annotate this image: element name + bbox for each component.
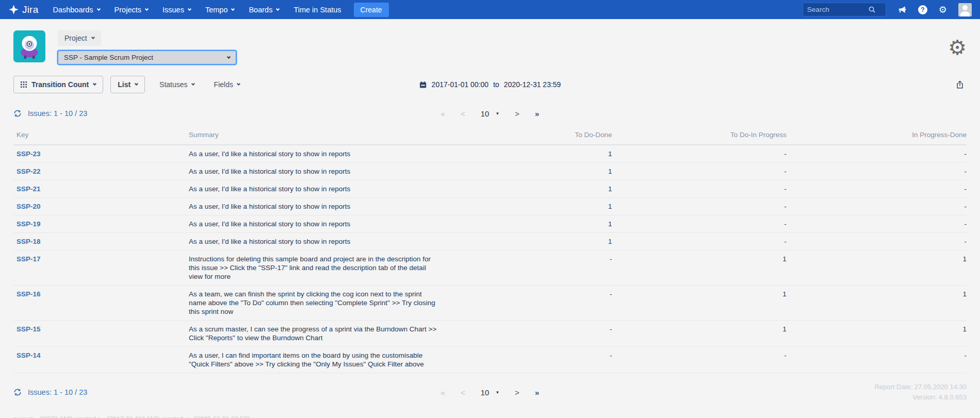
cell-to-do-done: 1 (511, 215, 612, 233)
issue-key-link[interactable]: SSP-14 (17, 352, 41, 359)
nav-item-label: Dashboards (53, 6, 93, 14)
issue-key-link[interactable]: SSP-16 (17, 290, 41, 298)
grid-icon (21, 81, 27, 88)
last-page-button[interactable]: » (535, 388, 539, 397)
table-row: SSP-19As a user, I'd like a historical s… (13, 215, 967, 233)
nav-item-dashboards[interactable]: Dashboards (45, 0, 107, 19)
announcements-icon[interactable] (897, 5, 907, 14)
nav-item-tempo[interactable]: Tempo (198, 0, 242, 19)
admin-gear-icon[interactable]: ⚙ (939, 5, 947, 14)
page-size-select[interactable]: 10 ▼ (481, 388, 500, 397)
last-page-button[interactable]: » (535, 109, 539, 118)
export-icon (955, 80, 965, 90)
nav-item-projects[interactable]: Projects (107, 0, 155, 19)
project-select[interactable]: SSP - Sample Scrum Project (58, 51, 236, 64)
export-button[interactable] (955, 80, 965, 90)
view-label: List (118, 80, 130, 89)
cell-to-do-done: 1 (511, 233, 612, 250)
report-toolbar: Transition Count List Statuses Fields 20… (0, 73, 980, 101)
issue-summary: As a user, I can find important items on… (189, 351, 437, 369)
chevron-down-icon (135, 82, 138, 86)
cell-to-do-done: - (511, 321, 612, 347)
pagination-top: « < 10 ▼ > » (441, 109, 540, 118)
cell-in-progress-done: 1 (787, 250, 967, 286)
cell-to-do-done: - (511, 347, 612, 373)
issue-key-link[interactable]: SSP-20 (17, 203, 41, 210)
chevron-down-icon (191, 82, 195, 86)
column-header[interactable]: Summary (189, 126, 511, 145)
next-page-button[interactable]: > (515, 109, 519, 118)
issue-key-link[interactable]: SSP-17 (17, 255, 41, 263)
column-header[interactable]: To Do-In Progress (612, 126, 787, 145)
report-version: Version: 4.8.0.653 (874, 392, 967, 403)
issue-key-link[interactable]: SSP-19 (17, 220, 41, 228)
search-input[interactable] (807, 6, 868, 13)
chevron-down-icon (97, 7, 101, 10)
issues-table: KeySummaryTo Do-DoneTo Do-In ProgressIn … (13, 126, 967, 373)
page-size-value: 10 (481, 388, 489, 397)
column-header[interactable]: To Do-Done (511, 126, 612, 145)
navbar-right: ? ⚙ (803, 3, 972, 16)
chevron-down-icon (93, 82, 96, 86)
cell-to-do-in-progress: - (612, 180, 787, 198)
table-row: SSP-21As a user, I'd like a historical s… (13, 180, 967, 198)
date-range-picker[interactable]: 2017-01-01 00:00 to 2020-12-31 23:59 (419, 80, 561, 89)
column-header[interactable]: In Progress-Done (787, 126, 967, 145)
statuses-dropdown[interactable]: Statuses (154, 76, 199, 93)
issue-key-link[interactable]: SSP-22 (17, 168, 41, 175)
next-page-button[interactable]: > (515, 388, 519, 397)
project-filter-label: Project (64, 34, 87, 42)
cell-in-progress-done: - (787, 163, 967, 180)
chevron-down-icon (227, 55, 231, 58)
nav-item-time-in-status[interactable]: Time in Status (286, 0, 348, 19)
chevron-down-icon (145, 7, 149, 10)
user-avatar[interactable] (958, 3, 972, 16)
search-box[interactable] (803, 3, 886, 16)
table-row: SSP-17Instructions for deleting this sam… (13, 250, 967, 286)
chevron-down-icon (231, 7, 235, 10)
nav-item-label: Time in Status (293, 6, 341, 14)
issues-bar-bottom: Issues: 1 - 10 / 23 « < 10 ▼ > » Report … (0, 373, 980, 411)
column-header[interactable]: Key (13, 126, 189, 145)
cell-to-do-in-progress: 1 (612, 286, 787, 321)
issue-key-link[interactable]: SSP-15 (17, 325, 41, 333)
refresh-icon[interactable] (13, 109, 22, 118)
fields-dropdown[interactable]: Fields (209, 76, 245, 93)
statuses-label: Statuses (159, 80, 187, 89)
prev-page-button[interactable]: < (461, 109, 465, 118)
issue-key-link[interactable]: SSP-23 (17, 150, 41, 158)
nav-item-label: Projects (115, 6, 141, 14)
issue-summary: As a scrum master, I can see the progres… (189, 325, 437, 342)
page-size-select[interactable]: 10 ▼ (481, 109, 500, 118)
create-button[interactable]: Create (354, 3, 389, 17)
search-icon[interactable] (868, 6, 876, 13)
cell-to-do-in-progress: - (612, 145, 787, 163)
report-settings-gear-icon[interactable]: ⚙ (948, 37, 967, 58)
refresh-icon[interactable] (13, 388, 22, 396)
first-page-button[interactable]: « (441, 388, 445, 397)
nav-item-issues[interactable]: Issues (155, 0, 198, 19)
prev-page-button[interactable]: < (461, 388, 465, 397)
chevron-down-icon (188, 7, 191, 10)
first-page-button[interactable]: « (441, 109, 445, 118)
table-row: SSP-22As a user, I'd like a historical s… (13, 163, 967, 180)
project-avatar (13, 30, 45, 62)
cell-to-do-done: - (511, 286, 612, 321)
jira-mark-icon (8, 4, 19, 15)
cell-to-do-in-progress: 1 (612, 321, 787, 347)
chevron-down-icon (91, 36, 95, 39)
project-filter-button[interactable]: Project (58, 30, 101, 46)
issue-key-link[interactable]: SSP-21 (17, 185, 41, 193)
jira-logo[interactable]: Jira (8, 4, 38, 15)
table-row: SSP-15As a scrum master, I can see the p… (13, 321, 967, 347)
date-separator: to (493, 80, 499, 89)
help-icon[interactable]: ? (918, 5, 927, 14)
issue-key-link[interactable]: SSP-18 (17, 238, 41, 245)
metric-dropdown[interactable]: Transition Count (13, 76, 103, 93)
view-dropdown[interactable]: List (110, 76, 145, 93)
cell-in-progress-done: - (787, 215, 967, 233)
project-header: Project SSP - Sample Scrum Project ⚙ (0, 19, 980, 73)
table-row: SSP-23As a user, I'd like a historical s… (13, 145, 967, 163)
cell-to-do-in-progress: 1 (612, 250, 787, 286)
nav-item-boards[interactable]: Boards (241, 0, 286, 19)
